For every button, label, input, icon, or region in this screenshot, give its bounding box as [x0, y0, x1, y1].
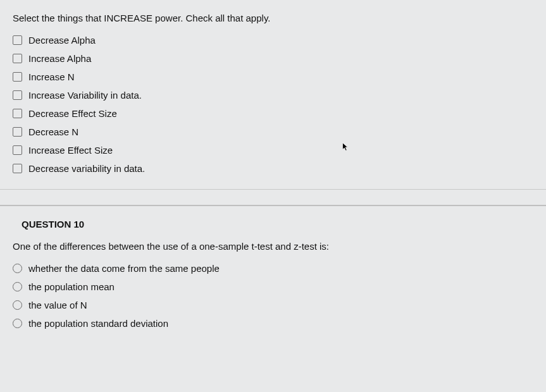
radio-icon[interactable] — [13, 319, 22, 328]
q10-option-row[interactable]: the population standard deviation — [11, 314, 535, 333]
checkbox-icon[interactable] — [13, 72, 22, 82]
checkbox-icon[interactable] — [13, 109, 22, 118]
q9-option-row[interactable]: Increase Variability in data. — [11, 86, 535, 104]
q9-option-row[interactable]: Decrease Effect Size — [11, 104, 535, 123]
q9-option-row[interactable]: Increase Alpha — [11, 49, 535, 68]
q9-option-row[interactable]: Decrease Alpha — [11, 31, 535, 49]
q10-option-row[interactable]: whether the data come from the same peop… — [11, 259, 535, 278]
question-10-prompt: One of the differences between the use o… — [13, 241, 535, 252]
checkbox-icon[interactable] — [13, 90, 22, 100]
q9-option-label: Increase N — [28, 71, 75, 82]
radio-icon[interactable] — [13, 282, 22, 291]
q9-option-label: Decrease Effect Size — [28, 108, 117, 119]
checkbox-icon[interactable] — [13, 145, 22, 155]
q10-option-row[interactable]: the population mean — [11, 278, 535, 296]
radio-icon[interactable] — [13, 264, 22, 273]
q9-option-label: Increase Variability in data. — [28, 90, 142, 101]
q9-option-label: Decrease Alpha — [28, 35, 96, 46]
checkbox-icon[interactable] — [13, 54, 22, 63]
q9-option-label: Decrease N — [28, 126, 78, 137]
question-10-block: QUESTION 10 One of the differences betwe… — [0, 206, 546, 348]
checkbox-icon[interactable] — [13, 35, 22, 45]
question-9-prompt: Select the things that INCREASE power. C… — [13, 13, 535, 23]
separator-line — [0, 189, 546, 190]
q10-option-row[interactable]: the value of N — [11, 296, 535, 314]
q10-option-label: the population mean — [28, 281, 115, 292]
q9-option-label: Decrease variability in data. — [28, 163, 145, 174]
q9-option-label: Increase Effect Size — [28, 145, 113, 156]
q9-option-row[interactable]: Increase N — [11, 68, 535, 86]
q9-option-label: Increase Alpha — [28, 53, 91, 64]
checkbox-icon[interactable] — [13, 164, 22, 173]
q10-option-label: the value of N — [28, 300, 87, 310]
question-10-heading: QUESTION 10 — [22, 219, 535, 230]
q9-option-row[interactable]: Decrease variability in data. — [11, 159, 535, 178]
checkbox-icon[interactable] — [13, 127, 22, 137]
q10-option-label: whether the data come from the same peop… — [28, 263, 220, 274]
question-9-block: Select the things that INCREASE power. C… — [0, 0, 546, 206]
q9-option-row[interactable]: Decrease N — [11, 123, 535, 141]
radio-icon[interactable] — [13, 300, 22, 310]
q10-option-label: the population standard deviation — [28, 318, 168, 329]
q9-option-row[interactable]: Increase Effect Size — [11, 141, 535, 159]
